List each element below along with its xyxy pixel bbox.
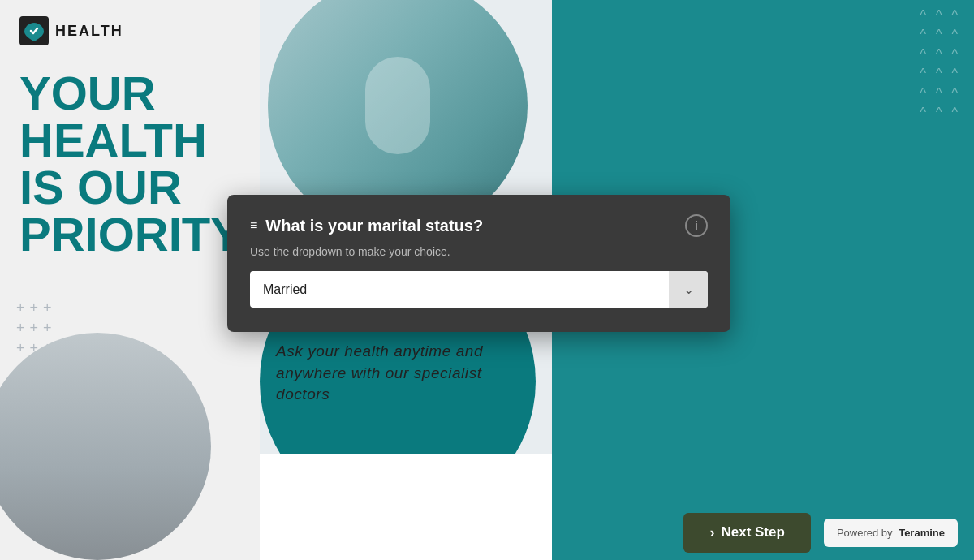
left-panel: HEALTH YOUR HEALTH IS OUR PRIORITY + + +…	[0, 0, 260, 560]
modal-header: ≡ What is your marital status? i	[250, 214, 708, 237]
chevron-icon: ^	[920, 28, 926, 42]
hero-line3: IS OUR	[19, 164, 240, 211]
center-tagline: Ask your health anytime and anywhere wit…	[276, 341, 536, 406]
bottom-bar: › Next Step Powered by Teramine	[0, 505, 974, 560]
logo-text: HEALTH	[55, 23, 123, 40]
chevron-icon: ^	[951, 47, 958, 62]
chevron-icon: ^	[920, 86, 926, 101]
next-step-button[interactable]: › Next Step	[683, 513, 810, 553]
info-icon[interactable]: i	[685, 214, 708, 237]
chevron-icon: ^	[936, 47, 942, 62]
dropdown-wrapper: Married Single Divorced Widowed Separate…	[250, 271, 708, 308]
chevron-icon: ^	[936, 86, 942, 101]
tagline-text: Ask your health anytime and anywhere wit…	[276, 341, 536, 406]
chevron-icon: ^	[920, 47, 926, 62]
teramine-brand: Teramine	[899, 527, 945, 539]
hero-text: YOUR HEALTH IS OUR PRIORITY	[0, 62, 260, 266]
modal-title-group: ≡ What is your marital status?	[250, 217, 483, 235]
chevron-icon: ^	[951, 106, 958, 120]
chevron-icon: ^	[936, 106, 942, 120]
chevron-icon: ^	[920, 106, 926, 120]
chevron-icon: ^	[920, 67, 926, 81]
logo-icon	[19, 16, 49, 45]
chevron-icon: ^	[951, 28, 958, 42]
marital-status-dropdown[interactable]: Married Single Divorced Widowed Separate…	[250, 271, 708, 308]
modal-subtitle: Use the dropdown to make your choice.	[250, 245, 708, 258]
chevrons-top-right: ^ ^ ^ ^ ^ ^ ^ ^ ^ ^ ^ ^ ^ ^ ^ ^ ^ ^	[903, 0, 974, 128]
chevron-icon: ^	[936, 8, 942, 23]
chevron-icon: ^	[951, 86, 958, 101]
powered-by-badge: Powered by Teramine	[824, 519, 958, 547]
next-arrow-icon: ›	[709, 524, 714, 541]
chevron-icon: ^	[951, 67, 958, 81]
chevron-icon: ^	[936, 67, 942, 81]
chevron-icon: ^	[951, 8, 958, 23]
powered-by-prefix: Powered by	[837, 527, 893, 539]
modal-overlay: ≡ What is your marital status? i Use the…	[227, 195, 730, 332]
hero-line1: YOUR	[19, 70, 240, 117]
marital-status-modal: ≡ What is your marital status? i Use the…	[227, 195, 730, 332]
logo-area: HEALTH	[0, 0, 260, 62]
chevron-icon: ^	[936, 28, 942, 42]
next-step-label: Next Step	[721, 524, 784, 541]
hero-line2: HEALTH	[19, 117, 240, 164]
chevron-icon: ^	[920, 8, 926, 23]
modal-title: What is your marital status?	[265, 217, 483, 235]
list-icon: ≡	[250, 218, 257, 233]
hero-line4: PRIORITY	[19, 211, 240, 258]
